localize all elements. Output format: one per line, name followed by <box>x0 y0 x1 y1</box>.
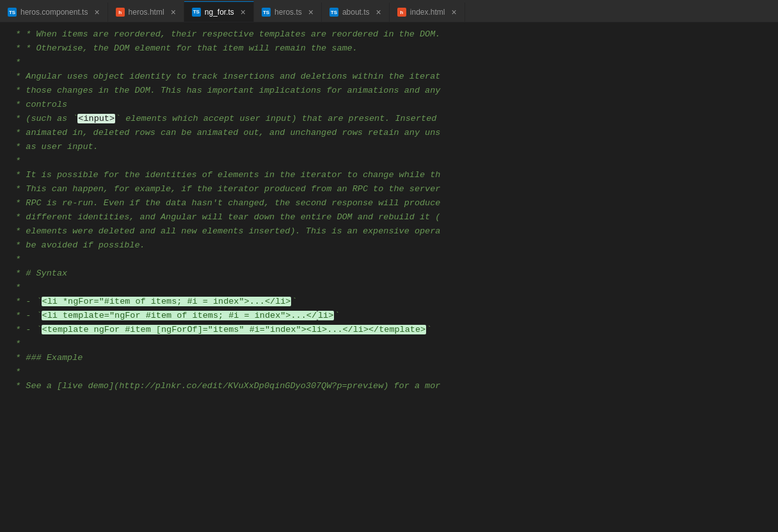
tab-about-ts[interactable]: TS about.ts × <box>322 3 390 22</box>
editor-container: TS heros.component.ts × h heros.html × T… <box>0 0 778 532</box>
code-line: * # Syntax <box>10 267 765 281</box>
code-line: * See a [live demo](http://plnkr.co/edit… <box>10 379 765 393</box>
tab-label: heros.ts <box>274 8 302 17</box>
close-icon[interactable]: × <box>171 8 176 17</box>
tab-ng-for[interactable]: TS ng_for.ts × <box>184 1 254 22</box>
code-line-syntax-2: * - `<li template="ngFor #item of items;… <box>10 309 765 323</box>
code-line: * elements were deleted and all new elem… <box>10 224 765 239</box>
ts-icon: TS <box>192 8 201 17</box>
ts-icon: TS <box>8 8 17 17</box>
code-line: * <box>10 253 765 267</box>
code-line: * It is possible for the identities of e… <box>10 168 765 182</box>
code-line: * * When items are reordered, their resp… <box>10 27 765 42</box>
html-icon: h <box>116 8 125 17</box>
code-line: * <box>10 154 765 168</box>
code-line: * <box>10 56 765 70</box>
code-line: * * Otherwise, the DOM element for that … <box>10 42 765 56</box>
tab-label: about.ts <box>342 8 370 17</box>
close-icon[interactable]: × <box>376 8 381 17</box>
code-line: * <box>10 337 765 351</box>
close-icon[interactable]: × <box>452 8 457 17</box>
code-line: * Angular uses object identity to track … <box>10 70 765 84</box>
code-line: * <box>10 281 765 295</box>
code-line: * (such as `<input>` elements which acce… <box>10 112 765 126</box>
code-line: * controls <box>10 98 765 112</box>
code-line: * as user input. <box>10 140 765 154</box>
code-line: * be avoided if possible. <box>10 239 765 253</box>
code-line: * animated in, deleted rows can be anima… <box>10 126 765 140</box>
code-line: * ### Example <box>10 351 765 365</box>
code-line: * RPC is re-run. Even if the data hasn't… <box>10 196 765 210</box>
code-line-syntax-3: * - `<template ngFor #item [ngForOf]="it… <box>10 323 765 337</box>
ts-icon: TS <box>262 8 271 17</box>
close-icon[interactable]: × <box>241 8 246 17</box>
tab-heros-ts[interactable]: TS heros.ts × <box>254 3 322 22</box>
tab-label: ng_for.ts <box>205 8 234 17</box>
tab-label: index.html <box>410 8 445 17</box>
code-line: * This can happen, for example, if the i… <box>10 182 765 196</box>
close-icon[interactable]: × <box>308 8 314 17</box>
code-line-syntax-1: * - `<li *ngFor="#item of items; #i = in… <box>10 295 765 309</box>
code-line: * <box>10 365 765 379</box>
html-icon: h <box>397 8 406 17</box>
tab-index-html[interactable]: h index.html × <box>390 3 465 22</box>
close-icon[interactable]: × <box>94 8 99 17</box>
code-content: * * When items are reordered, their resp… <box>0 27 778 393</box>
tab-bar: TS heros.component.ts × h heros.html × T… <box>0 0 778 22</box>
code-line: * those changes in the DOM. This has imp… <box>10 84 765 98</box>
tab-heros-component[interactable]: TS heros.component.ts × <box>0 3 108 22</box>
editor-area[interactable]: * * When items are reordered, their resp… <box>0 22 778 532</box>
tab-label: heros.html <box>129 8 164 17</box>
ts-icon: TS <box>329 8 338 17</box>
tab-heros-html[interactable]: h heros.html × <box>108 3 184 22</box>
code-line: * different identities, and Angular will… <box>10 210 765 224</box>
tab-label: heros.component.ts <box>20 8 88 17</box>
